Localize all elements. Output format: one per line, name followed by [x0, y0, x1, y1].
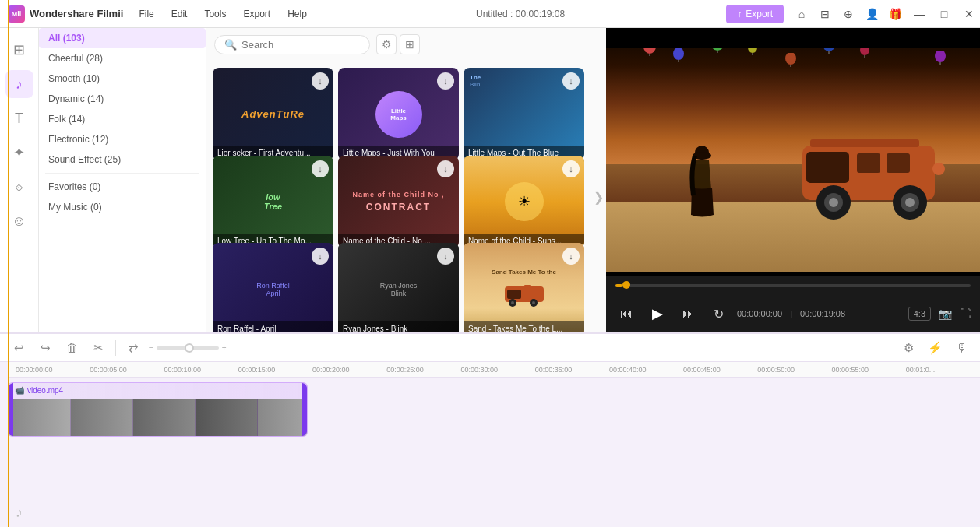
current-time: 00:00:00:00 [737, 309, 782, 318]
fullscreen-button[interactable]: ⛶ [960, 307, 971, 320]
zoom-track[interactable] [157, 346, 219, 350]
filter-button[interactable]: ⚙ [376, 34, 397, 54]
nav-effects[interactable]: ✦ [5, 139, 33, 167]
mic-icon[interactable]: 🎙 [950, 337, 972, 359]
bookmark-icon[interactable]: ⊟ [815, 4, 835, 24]
minimize-button[interactable]: — [908, 3, 930, 25]
maximize-button[interactable]: □ [933, 3, 955, 25]
cart-icon[interactable]: ⊕ [838, 4, 858, 24]
music-card-8[interactable]: Ryan JonesBlink ↓ Ryan Jones - Blink [338, 243, 459, 332]
home-icon[interactable]: ⌂ [791, 4, 812, 24]
filter-all[interactable]: All (103) [39, 28, 206, 48]
export-button[interactable]: ↑ Export [726, 5, 784, 23]
music-grid: AdvenTuRe ↓ Lior seker - First Adventu..… [206, 61, 590, 332]
menu-file[interactable]: File [131, 5, 161, 23]
menu-export[interactable]: Export [235, 5, 278, 23]
svg-point-36 [932, 163, 945, 175]
download-btn-1[interactable]: ↓ [312, 72, 329, 90]
svg-point-3 [511, 301, 514, 304]
nav-stickers[interactable]: ☺ [5, 207, 33, 235]
music-card-2[interactable]: LittleMaps ↓ Little Maps - Just With You [338, 68, 459, 160]
cut-button[interactable]: ✂ [87, 337, 109, 359]
menu-edit[interactable]: Edit [164, 5, 196, 23]
search-input[interactable] [241, 39, 360, 51]
zoom-out-icon[interactable]: − [149, 343, 153, 352]
search-bar-row: 🔍 ⚙ ⊞ [206, 28, 606, 61]
download-btn-2[interactable]: ↓ [437, 72, 454, 90]
user-icon[interactable]: 👤 [862, 4, 882, 24]
main-area: ⊞ ♪ T ✦ ⟐ ☺ All (103) Cheerful (28) Smoo… [0, 28, 980, 332]
redo-button[interactable]: ↪ [34, 337, 56, 359]
music-card-5[interactable]: Name of the Child No , CONTRACT ↓ Name o… [338, 156, 459, 248]
filter-favorites[interactable]: Favorites (0) [39, 177, 206, 197]
skip-forward-button[interactable]: ⏭ [678, 303, 700, 325]
total-time: 00:00:19:08 [800, 309, 845, 318]
title-area: Untitled : 00:00:19:08 [315, 9, 726, 19]
player-controls [606, 276, 980, 295]
zoom-in-icon[interactable]: + [222, 343, 227, 352]
loop-button[interactable]: ↻ [707, 303, 729, 325]
nav-media[interactable]: ⊞ [5, 36, 33, 64]
video-track[interactable]: 📹 video.mp4 [8, 382, 308, 437]
ruler-mark-1: 00:00:05:00 [90, 366, 164, 374]
track-handle-right[interactable] [302, 383, 307, 436]
adjustments-icon[interactable]: ⚡ [924, 337, 946, 359]
settings-icon[interactable]: ⚙ [897, 337, 919, 359]
filter-my-music[interactable]: My Music (0) [39, 197, 206, 217]
nav-transitions[interactable]: ⟐ [5, 173, 33, 201]
download-btn-3[interactable]: ↓ [562, 72, 580, 90]
video-track-row: 📹 video.mp4 [8, 378, 980, 440]
download-btn-6[interactable]: ↓ [562, 160, 580, 177]
camera-icon[interactable]: 📷 [939, 307, 952, 320]
nav-text[interactable]: T [5, 104, 33, 132]
music-card-9[interactable]: Sand Takes Me To the [464, 243, 584, 332]
timeline-body: 00:00:00:00 00:00:05:00 00:00:10:00 00:0… [0, 362, 980, 527]
zoom-slider: − + [149, 343, 227, 352]
filter-folk[interactable]: Folk (14) [39, 109, 206, 129]
balloon-2 [673, 48, 684, 65]
play-button[interactable]: ▶ [645, 301, 670, 326]
download-btn-5[interactable]: ↓ [437, 160, 454, 177]
timeline-right-buttons: ⚙ ⚡ 🎙 [897, 337, 972, 359]
download-btn-4[interactable]: ↓ [312, 160, 329, 177]
export-icon: ↑ [737, 9, 742, 19]
ruler-mark-10: 00:00:50:00 [757, 366, 831, 374]
track-labels [0, 362, 8, 527]
close-button[interactable]: ✕ [958, 3, 980, 25]
thumb-1 [9, 399, 71, 437]
music-card-6[interactable]: ☀ ↓ Name of the Child - Suns... [464, 156, 584, 248]
grid-view-button[interactable]: ⊞ [400, 34, 420, 54]
tracks-area: 00:00:00:00 00:00:05:00 00:00:10:00 00:0… [8, 362, 980, 527]
ruler-mark-8: 00:00:40:00 [609, 366, 683, 374]
music-card-4[interactable]: low Tree ↓ Low Tree - Up To The Mo... [213, 156, 333, 248]
bottom-bar [606, 272, 980, 276]
top-right-icons: ⌂ ⊟ ⊕ 👤 🎁 — □ ✕ [791, 3, 980, 25]
scroll-indicator: ❯ [590, 61, 606, 332]
zoom-knob[interactable] [185, 343, 194, 353]
balloon-9 [935, 51, 946, 68]
filter-cheerful[interactable]: Cheerful (28) [39, 48, 206, 69]
thumb-2 [71, 399, 133, 437]
swap-button[interactable]: ⇄ [122, 337, 144, 359]
skip-back-button[interactable]: ⏮ [615, 303, 637, 325]
player-controls-row: ⏮ ▶ ⏭ ↻ 00:00:00:00 | 00:00:19:08 4:3 📷 … [606, 295, 980, 332]
music-card-1[interactable]: AdvenTuRe ↓ Lior seker - First Adventu..… [213, 68, 333, 160]
scroll-arrow[interactable]: ❯ [594, 190, 604, 205]
gift-icon[interactable]: 🎁 [885, 4, 905, 24]
undo-button[interactable]: ↩ [8, 337, 30, 359]
thumb-5 [258, 399, 308, 437]
filter-smooth[interactable]: Smooth (10) [39, 69, 206, 89]
delete-button[interactable]: 🗑 [61, 337, 83, 359]
filter-sound-effect[interactable]: Sound Effect (25) [39, 149, 206, 170]
music-note-icon: ♪ [16, 504, 23, 520]
track-handle-left[interactable] [9, 383, 13, 436]
grid-toggle: ⚙ ⊞ [376, 34, 420, 54]
menu-tools[interactable]: Tools [196, 5, 234, 23]
music-card-3[interactable]: The Blin... ↓ Little Maps - Out The Blue [464, 68, 584, 160]
music-card-7[interactable]: Ron RaffelApril ↓ Ron Raffel - April [213, 243, 333, 332]
nav-audio[interactable]: ♪ [5, 70, 33, 98]
filter-dynamic[interactable]: Dynamic (14) [39, 89, 206, 109]
menu-help[interactable]: Help [280, 5, 315, 23]
search-box[interactable]: 🔍 [214, 35, 370, 54]
filter-electronic[interactable]: Electronic (12) [39, 129, 206, 149]
